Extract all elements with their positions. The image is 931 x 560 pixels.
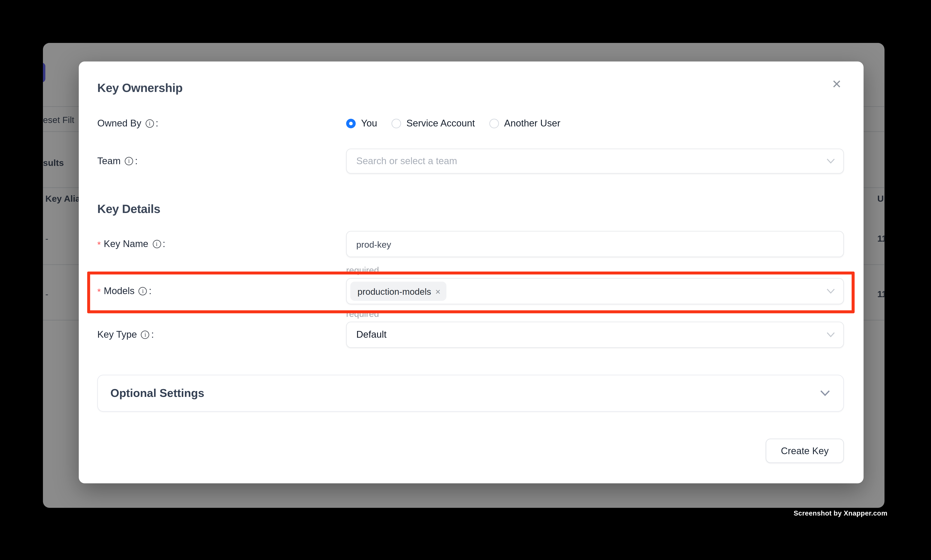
radio-selected-icon[interactable] [346, 119, 356, 128]
key-type-selected-value: Default [347, 329, 386, 340]
key-type-label: Key Type i : [97, 329, 346, 340]
key-type-select[interactable]: Default [346, 322, 844, 348]
required-asterisk: * [97, 239, 101, 249]
create-key-modal: Key Ownership ✕ Owned By i : You Service… [79, 62, 863, 483]
key-name-row: * Key Name i : [97, 231, 844, 257]
key-name-label: * Key Name i : [97, 239, 346, 250]
radio-another-user-label: Another User [504, 118, 560, 129]
close-icon[interactable]: ✕ [828, 76, 845, 92]
radio-another-user[interactable]: Another User [489, 118, 560, 129]
key-type-row: Key Type i : Default [97, 322, 844, 348]
team-label: Team i : [97, 156, 346, 166]
chevron-down-icon [827, 332, 835, 337]
colon: : [156, 118, 159, 129]
team-select-placeholder: Search or select a team [347, 156, 457, 166]
key-name-field-wrap [346, 231, 844, 257]
owned-by-label: Owned By i : [97, 118, 346, 129]
chevron-down-icon [827, 158, 835, 164]
models-label-text: Models [104, 286, 134, 297]
radio-you-label: You [361, 118, 377, 129]
models-select[interactable]: production-models × [346, 278, 844, 304]
colon: : [163, 239, 165, 250]
owned-by-radio-group: You Service Account Another User [346, 118, 575, 129]
chevron-down-icon [820, 390, 830, 397]
colon: : [149, 286, 151, 297]
required-asterisk: * [97, 286, 101, 296]
team-select[interactable]: Search or select a team [346, 149, 844, 174]
owned-by-row: Owned By i : You Service Account Another… [97, 111, 844, 135]
info-icon[interactable]: i [152, 240, 161, 248]
radio-you[interactable]: You [346, 118, 377, 129]
info-icon[interactable]: i [141, 331, 149, 339]
remove-tag-icon[interactable]: × [435, 287, 440, 295]
team-label-text: Team [97, 156, 121, 166]
team-row: Team i : Search or select a team [97, 149, 844, 174]
screenshot-stage: eset Filt sults Key Alia Up - 11/ - 11/ … [0, 0, 931, 560]
modal-title: Key Ownership [97, 81, 182, 95]
radio-unselected-icon[interactable] [489, 119, 499, 128]
optional-settings-panel[interactable]: Optional Settings [97, 375, 844, 412]
models-validation-message: required [346, 308, 379, 318]
colon: : [151, 329, 154, 340]
models-label: * Models i : [97, 286, 346, 297]
selected-model-tag-label: production-models [357, 286, 431, 296]
info-icon[interactable]: i [125, 157, 133, 166]
key-type-label-text: Key Type [97, 329, 137, 340]
radio-service-account-label: Service Account [406, 118, 475, 129]
radio-unselected-icon[interactable] [391, 119, 401, 128]
key-name-label-text: Key Name [104, 239, 148, 250]
optional-settings-title: Optional Settings [111, 387, 204, 400]
owned-by-label-text: Owned By [97, 118, 141, 129]
key-name-input[interactable] [347, 231, 843, 257]
info-icon[interactable]: i [138, 287, 147, 295]
watermark-text: Screenshot by Xnapper.com [794, 510, 887, 517]
colon: : [135, 156, 137, 166]
radio-service-account[interactable]: Service Account [391, 118, 475, 129]
key-name-validation-message: required [346, 265, 379, 275]
key-details-section-title: Key Details [97, 202, 160, 216]
create-key-button[interactable]: Create Key [766, 438, 844, 463]
info-icon[interactable]: i [146, 119, 154, 128]
selected-model-tag: production-models × [350, 282, 446, 301]
chevron-down-icon [827, 288, 835, 294]
models-row: * Models i : production-models × [97, 278, 844, 304]
